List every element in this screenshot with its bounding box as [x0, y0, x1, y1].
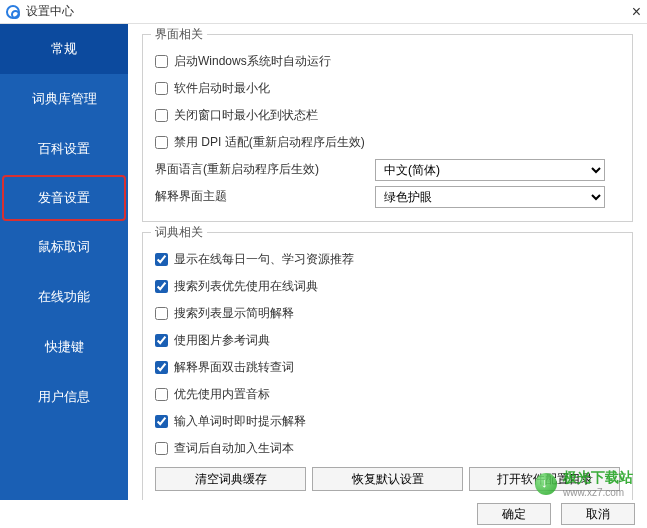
sidebar-item-label: 百科设置	[38, 140, 90, 158]
opt-image-dict: 使用图片参考词典	[155, 328, 620, 353]
ok-button[interactable]: 确定	[477, 503, 551, 525]
opt-label: 搜索列表显示简明解释	[174, 305, 294, 322]
cancel-button[interactable]: 取消	[561, 503, 635, 525]
dict-button-row: 清空词典缓存 恢复默认设置 打开软件配置目录	[155, 467, 620, 491]
theme-select[interactable]: 绿色护眼	[375, 186, 605, 208]
sidebar-item-general[interactable]: 常规	[0, 24, 128, 74]
group-ui: 界面相关 启动Windows系统时自动运行 软件启动时最小化 关闭窗口时最小化到…	[142, 34, 633, 222]
sidebar-item-label: 常规	[51, 40, 77, 58]
sidebar: 常规 词典库管理 百科设置 发音设置 鼠标取词 在线功能 快捷键 用户信息	[0, 24, 128, 500]
checkbox-daily[interactable]	[155, 253, 168, 266]
content-pane: 界面相关 启动Windows系统时自动运行 软件启动时最小化 关闭窗口时最小化到…	[128, 24, 647, 500]
opt-builtin-phonetic: 优先使用内置音标	[155, 382, 620, 407]
checkbox-start-min[interactable]	[155, 82, 168, 95]
opt-instant-hint: 输入单词时即时提示解释	[155, 409, 620, 434]
opt-label: 显示在线每日一句、学习资源推荐	[174, 251, 354, 268]
opt-label: 搜索列表优先使用在线词典	[174, 278, 318, 295]
group-ui-legend: 界面相关	[151, 26, 207, 43]
sidebar-item-label: 用户信息	[38, 388, 90, 406]
opt-label: 软件启动时最小化	[174, 80, 270, 97]
group-dict: 词典相关 显示在线每日一句、学习资源推荐 搜索列表优先使用在线词典 搜索列表显示…	[142, 232, 633, 500]
row-theme: 解释界面主题 绿色护眼	[155, 184, 620, 209]
opt-autostart: 启动Windows系统时自动运行	[155, 49, 620, 74]
checkbox-instant-hint[interactable]	[155, 415, 168, 428]
ui-language-label: 界面语言(重新启动程序后生效)	[155, 161, 375, 178]
row-ui-language: 界面语言(重新启动程序后生效) 中文(简体)	[155, 157, 620, 182]
main-area: 常规 词典库管理 百科设置 发音设置 鼠标取词 在线功能 快捷键 用户信息 界面…	[0, 24, 647, 500]
sidebar-item-mouse[interactable]: 鼠标取词	[0, 222, 128, 272]
sidebar-item-label: 词典库管理	[32, 90, 97, 108]
restore-default-button[interactable]: 恢复默认设置	[312, 467, 463, 491]
group-dict-legend: 词典相关	[151, 224, 207, 241]
open-config-button[interactable]: 打开软件配置目录	[469, 467, 620, 491]
opt-disable-dpi: 禁用 DPI 适配(重新启动程序后生效)	[155, 130, 620, 155]
titlebar: 设置中心 ×	[0, 0, 647, 24]
opt-label: 关闭窗口时最小化到状态栏	[174, 107, 318, 124]
app-logo-icon	[6, 5, 20, 19]
opt-label: 使用图片参考词典	[174, 332, 270, 349]
footer: 确定 取消	[0, 500, 647, 528]
opt-label: 禁用 DPI 适配(重新启动程序后生效)	[174, 134, 365, 151]
checkbox-autostart[interactable]	[155, 55, 168, 68]
checkbox-online-first[interactable]	[155, 280, 168, 293]
opt-dblclick-jump: 解释界面双击跳转查词	[155, 355, 620, 380]
sidebar-item-dict-manage[interactable]: 词典库管理	[0, 74, 128, 124]
window-title: 设置中心	[26, 3, 74, 20]
opt-auto-wordbook: 查词后自动加入生词本	[155, 436, 620, 461]
sidebar-item-label: 鼠标取词	[38, 238, 90, 256]
opt-label: 查词后自动加入生词本	[174, 440, 294, 457]
opt-brief: 搜索列表显示简明解释	[155, 301, 620, 326]
checkbox-disable-dpi[interactable]	[155, 136, 168, 149]
opt-start-min: 软件启动时最小化	[155, 76, 620, 101]
opt-online-first: 搜索列表优先使用在线词典	[155, 274, 620, 299]
sidebar-item-online[interactable]: 在线功能	[0, 272, 128, 322]
sidebar-item-hotkey[interactable]: 快捷键	[0, 322, 128, 372]
sidebar-item-label: 在线功能	[38, 288, 90, 306]
clear-cache-button[interactable]: 清空词典缓存	[155, 467, 306, 491]
opt-label: 启动Windows系统时自动运行	[174, 53, 331, 70]
opt-daily: 显示在线每日一句、学习资源推荐	[155, 247, 620, 272]
checkbox-auto-wordbook[interactable]	[155, 442, 168, 455]
opt-label: 输入单词时即时提示解释	[174, 413, 306, 430]
opt-label: 解释界面双击跳转查词	[174, 359, 294, 376]
theme-label: 解释界面主题	[155, 188, 375, 205]
close-icon[interactable]: ×	[632, 3, 641, 21]
checkbox-brief[interactable]	[155, 307, 168, 320]
sidebar-item-pronunciation[interactable]: 发音设置	[2, 175, 126, 221]
checkbox-close-tray[interactable]	[155, 109, 168, 122]
checkbox-image-dict[interactable]	[155, 334, 168, 347]
sidebar-item-label: 快捷键	[45, 338, 84, 356]
checkbox-dblclick-jump[interactable]	[155, 361, 168, 374]
checkbox-builtin-phonetic[interactable]	[155, 388, 168, 401]
sidebar-item-user[interactable]: 用户信息	[0, 372, 128, 422]
sidebar-item-wiki[interactable]: 百科设置	[0, 124, 128, 174]
opt-label: 优先使用内置音标	[174, 386, 270, 403]
sidebar-item-label: 发音设置	[38, 189, 90, 207]
opt-close-tray: 关闭窗口时最小化到状态栏	[155, 103, 620, 128]
ui-language-select[interactable]: 中文(简体)	[375, 159, 605, 181]
